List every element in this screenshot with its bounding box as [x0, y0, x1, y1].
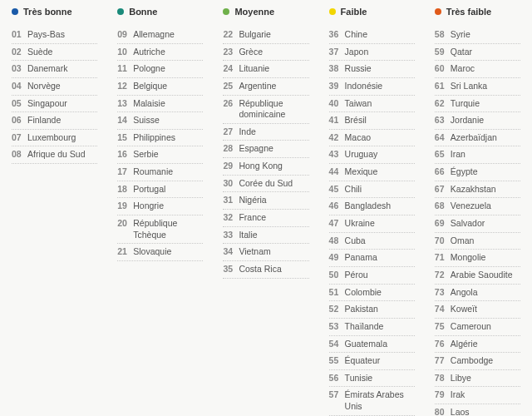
list-item[interactable]: 17Roumanie: [117, 164, 203, 181]
list-item[interactable]: 30Corée du Sud: [223, 176, 308, 193]
list-item[interactable]: 51Colombie: [329, 285, 415, 302]
list-item[interactable]: 75Cameroun: [435, 319, 520, 336]
list-item[interactable]: 41Brésil: [329, 112, 415, 130]
list-item[interactable]: 31Nigéria: [223, 192, 308, 210]
list-item[interactable]: 45Chili: [329, 181, 415, 199]
list-item[interactable]: 25Argentine: [223, 78, 308, 96]
list-item[interactable]: 06Finlande: [12, 112, 97, 130]
list-item[interactable]: 64Azerbaïdjan: [435, 130, 520, 147]
rank-number: 75: [435, 321, 446, 333]
list-item[interactable]: 29Hong Kong: [223, 158, 308, 176]
list-item[interactable]: 23Grèce: [223, 44, 308, 62]
list-item[interactable]: 20République Tchèque: [117, 215, 203, 244]
list-item[interactable]: 38Russie: [329, 61, 415, 78]
list-item[interactable]: 19Hongrie: [117, 198, 203, 215]
list-item[interactable]: 43Uruguay: [329, 146, 415, 164]
list-item[interactable]: 52Pakistan: [329, 301, 415, 319]
list-item[interactable]: 80Laos: [435, 404, 520, 416]
list-item[interactable]: 15Philippines: [117, 130, 203, 147]
list-item[interactable]: 01Pays-Bas: [12, 27, 97, 44]
rank-number: 27: [223, 126, 234, 138]
list-item[interactable]: 07Luxembourg: [12, 130, 97, 147]
list-item[interactable]: 16Serbie: [117, 146, 203, 164]
list-item[interactable]: 10Autriche: [117, 44, 203, 62]
list-item[interactable]: 68Venezuela: [435, 198, 520, 215]
column-header: Faible: [329, 7, 415, 17]
list-item[interactable]: 55Équateur: [329, 353, 415, 370]
list-item[interactable]: 34Vietnam: [223, 244, 308, 261]
list-item[interactable]: 69Salvador: [435, 215, 520, 233]
list-item[interactable]: 44Mexique: [329, 164, 415, 181]
list-item[interactable]: 50Pérou: [329, 267, 415, 285]
list-item[interactable]: 12Belgique: [117, 78, 203, 96]
list-item[interactable]: 48Cuba: [329, 233, 415, 250]
country-name: Macao: [345, 132, 372, 144]
list-item[interactable]: 59Qatar: [435, 44, 520, 62]
rank-number: 46: [329, 201, 341, 212]
list-item[interactable]: 65Iran: [435, 146, 520, 164]
list-item[interactable]: 57Émirats Arabes Unis: [329, 387, 415, 415]
list-item[interactable]: 74Koweït: [435, 301, 520, 319]
rank-number: 15: [117, 132, 129, 144]
list-item[interactable]: 08Afrique du Sud: [12, 146, 97, 164]
list-item[interactable]: 67Kazakhstan: [435, 181, 520, 199]
list-item[interactable]: 40Taiwan: [329, 96, 415, 113]
list-item[interactable]: 60Maroc: [435, 61, 520, 78]
list-item[interactable]: 02Suède: [12, 44, 97, 62]
list-item[interactable]: 66Égypte: [435, 164, 520, 181]
list-item[interactable]: 54Guatemala: [329, 336, 415, 354]
list-item[interactable]: 36Chine: [329, 27, 415, 44]
list-item[interactable]: 62Turquie: [435, 96, 520, 113]
rank-number: 35: [223, 264, 234, 275]
list-item[interactable]: 58Syrie: [435, 27, 520, 44]
country-name: Salvador: [451, 218, 485, 230]
list-item[interactable]: 32France: [223, 210, 308, 227]
list-item[interactable]: 28Espagne: [223, 141, 308, 158]
rank-number: 34: [223, 246, 234, 258]
list-item[interactable]: 37Japon: [329, 44, 415, 62]
list-item[interactable]: 22Bulgarie: [223, 27, 308, 44]
list-item[interactable]: 72Arabie Saoudite: [435, 267, 520, 285]
list-item[interactable]: 11Pologne: [117, 61, 203, 78]
list-item[interactable]: 42Macao: [329, 130, 415, 147]
list-item[interactable]: 05Singapour: [12, 96, 97, 113]
category-dot-icon: [12, 8, 18, 15]
list-item[interactable]: 56Tunisie: [329, 370, 415, 388]
list-item[interactable]: 14Suisse: [117, 112, 203, 130]
list-item[interactable]: 39Indonésie: [329, 78, 415, 96]
list-item[interactable]: 77Cambodge: [435, 353, 520, 370]
list-item[interactable]: 46Bangladesh: [329, 198, 415, 215]
list-item[interactable]: 47Ukraine: [329, 215, 415, 233]
rank-number: 64: [435, 132, 446, 144]
country-name: Indonésie: [345, 81, 383, 92]
list-item[interactable]: 33Italie: [223, 227, 308, 245]
country-name: Thaïlande: [345, 321, 384, 333]
list-item[interactable]: 71Mongolie: [435, 250, 520, 267]
list-item[interactable]: 78Libye: [435, 370, 520, 388]
list-item[interactable]: 35Costa Rica: [223, 261, 308, 279]
list-item[interactable]: 73Angola: [435, 285, 520, 302]
list-item[interactable]: 09Allemagne: [117, 27, 203, 44]
list-item[interactable]: 27Inde: [223, 124, 308, 141]
rank-number: 10: [117, 47, 129, 58]
list-item[interactable]: 61Sri Lanka: [435, 78, 520, 96]
rank-number: 31: [223, 195, 234, 206]
list-item[interactable]: 18Portugal: [117, 181, 203, 199]
list-item[interactable]: 04Norvège: [12, 78, 97, 96]
country-name: Chili: [345, 184, 362, 196]
category-dot-icon: [223, 8, 229, 15]
list-item[interactable]: 70Oman: [435, 233, 520, 250]
list-item[interactable]: 49Panama: [329, 250, 415, 267]
country-name: Égypte: [451, 166, 478, 178]
list-item[interactable]: 79Irak: [435, 387, 520, 404]
list-item[interactable]: 03Danemark: [12, 61, 97, 78]
list-item[interactable]: 24Lituanie: [223, 61, 308, 78]
list-item[interactable]: 76Algérie: [435, 336, 520, 354]
list-item[interactable]: 13Malaisie: [117, 96, 203, 113]
list-item[interactable]: 63Jordanie: [435, 112, 520, 130]
list-item[interactable]: 26République dominicaine: [223, 96, 308, 124]
rank-number: 63: [435, 115, 446, 126]
list-item[interactable]: 53Thaïlande: [329, 319, 415, 336]
rank-number: 04: [12, 81, 23, 92]
list-item[interactable]: 21Slovaquie: [117, 244, 203, 261]
